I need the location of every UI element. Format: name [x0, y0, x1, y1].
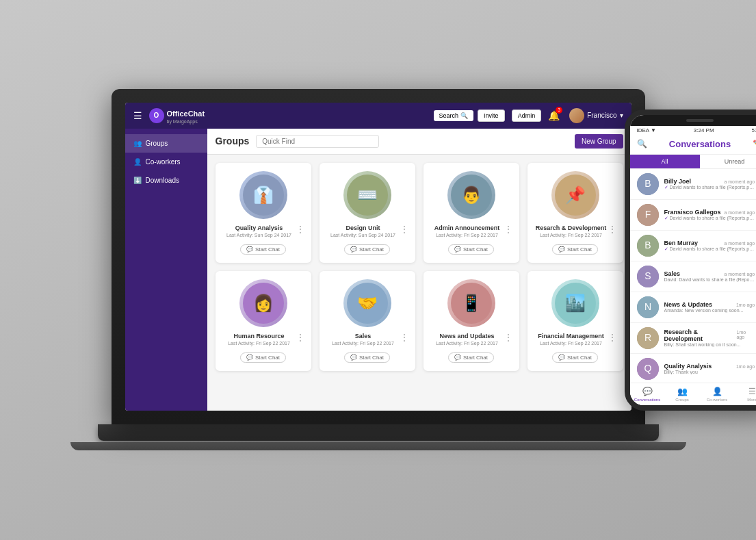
groups-nav-icon: 👥	[677, 387, 688, 396]
conversation-item[interactable]: B Ben Murray a moment ago ✓ David wants …	[630, 231, 757, 261]
conv-time: a moment ago	[724, 241, 755, 246]
svg-text:Q: Q	[644, 363, 651, 374]
start-chat-button[interactable]: 💬 Start Chat	[344, 244, 390, 255]
sidebar-groups-label: Groups	[146, 140, 168, 147]
conv-avatar: B	[637, 235, 659, 257]
chat-icon: 💬	[350, 246, 357, 253]
svg-text:🏙️: 🏙️	[565, 293, 586, 313]
conv-info: Billy Joel a moment ago ✓ David wants to…	[664, 178, 755, 190]
conv-name: Sales	[664, 270, 681, 277]
sidebar-item-groups[interactable]: 👥 Groups	[125, 134, 207, 153]
more-nav-icon: ☰	[748, 387, 756, 396]
phone-bottom-navigation: 💬 Conversations 👥 Groups 👤 Co-workers	[630, 383, 757, 405]
svg-text:B: B	[644, 178, 651, 189]
conv-time: 1mo ago	[737, 330, 755, 339]
phone-nav-coworkers[interactable]: 👤 Co-workers	[700, 383, 735, 405]
quick-find-input[interactable]	[256, 135, 379, 148]
conversation-item[interactable]: N News & Updates 1mo ago Amanda: New ver…	[630, 292, 757, 323]
group-more-icon[interactable]: ⋮	[608, 224, 616, 234]
phone-screen: 🔍 Conversations ✏️ All Unread B	[630, 135, 757, 405]
phone-search-icon[interactable]: 🔍	[637, 139, 648, 150]
search-icon: 🔍	[460, 112, 468, 119]
group-activity: Last Activity: Fri Sep 22 2017	[430, 233, 512, 237]
group-card-research: 📌 ⋮ Resarch & Development Last Activity:…	[527, 163, 623, 263]
conv-info: Research & Development 1mo ago Billy: Sh…	[664, 329, 755, 347]
sidebar-item-downloads[interactable]: ⬇️ Downloads	[125, 171, 207, 190]
group-more-icon[interactable]: ⋮	[296, 224, 304, 234]
user-menu[interactable]: Francisco ▾	[569, 108, 623, 123]
phone-speaker	[686, 119, 714, 122]
group-avatar-design: ⌨️	[343, 171, 391, 219]
group-card-hr: 👩 ⋮ Human Resource Last Activity: Fri Se…	[216, 271, 311, 371]
logo-subtitle: by MargoApps	[167, 119, 205, 124]
start-chat-button[interactable]: 💬 Start Chat	[344, 352, 390, 363]
start-chat-button[interactable]: 💬 Start Chat	[552, 244, 598, 255]
groups-title: Groups	[216, 136, 250, 146]
svg-text:N: N	[644, 301, 651, 312]
group-more-icon[interactable]: ⋮	[608, 333, 616, 342]
conv-message: David: David wants to share a file (Repo…	[664, 277, 755, 282]
group-activity: Last Activity: Fri Sep 22 2017	[430, 341, 512, 346]
group-name: Resarch & Development	[534, 224, 616, 231]
group-more-icon[interactable]: ⋮	[400, 224, 408, 234]
groups-panel: Groups New Group 👔 ⋮	[207, 129, 631, 411]
current-time: 3:24 PM	[694, 127, 714, 133]
user-avatar	[569, 108, 584, 123]
sidebar-item-coworkers[interactable]: 👤 Co-workers	[125, 153, 207, 171]
group-name: Financial Management	[534, 333, 616, 339]
compose-icon[interactable]: ✏️	[753, 140, 757, 149]
phone-nav-more[interactable]: ☰ More	[735, 383, 757, 405]
group-name: Admin Announcement	[430, 224, 512, 231]
start-chat-button[interactable]: 💬 Start Chat	[448, 244, 494, 255]
tab-all[interactable]: All	[630, 155, 700, 168]
phone-notch	[630, 115, 757, 126]
conv-name: Ben Murray	[664, 240, 699, 246]
conversation-item[interactable]: S Sales a moment ago David: David wants …	[630, 261, 757, 292]
hamburger-icon[interactable]: ☰	[133, 110, 142, 121]
admin-button[interactable]: Admin	[512, 110, 542, 122]
chat-icon: 💬	[558, 246, 565, 253]
notification-badge: 3	[556, 107, 562, 114]
tab-unread[interactable]: Unread	[700, 155, 757, 168]
chevron-down-icon: ▾	[620, 112, 623, 119]
group-activity: Last Activity: Fri Sep 22 2017	[222, 341, 304, 346]
search-bar[interactable]: Search 🔍	[434, 110, 474, 121]
group-avatar-hr: 👩	[239, 279, 287, 327]
group-more-icon[interactable]: ⋮	[504, 333, 512, 342]
conv-name: Billy Joel	[664, 178, 692, 185]
top-navigation: ☰ O OfficeChat by MargoApps Search	[125, 103, 631, 129]
coworkers-icon: 👤	[133, 158, 142, 166]
group-name: Design Unit	[326, 224, 408, 231]
group-name: Quality Analysis	[222, 224, 304, 231]
notification-bell[interactable]: 🔔 3	[548, 110, 560, 122]
conversation-item[interactable]: Q Quality Analysis 1mo ago Billy: Thank …	[630, 354, 757, 383]
svg-text:R: R	[644, 332, 651, 343]
svg-text:👔: 👔	[253, 185, 274, 205]
start-chat-button[interactable]: 💬 Start Chat	[240, 244, 286, 255]
chat-icon: 💬	[246, 355, 253, 361]
start-chat-button[interactable]: 💬 Start Chat	[552, 352, 598, 363]
conversation-item[interactable]: B Billy Joel a moment ago ✓ David wants …	[630, 169, 757, 200]
start-chat-button[interactable]: 💬 Start Chat	[240, 352, 286, 363]
group-avatar-quality: 👔	[239, 171, 287, 219]
invite-button[interactable]: Invite	[478, 110, 505, 122]
svg-text:📌: 📌	[565, 185, 586, 205]
phone-status-bar: IDEA ▼ 3:24 PM 57%	[630, 126, 757, 135]
chat-icon: 💬	[246, 246, 253, 253]
group-more-icon[interactable]: ⋮	[296, 333, 304, 342]
conversation-item[interactable]: R Research & Development 1mo ago Billy: …	[630, 323, 757, 354]
phone-nav-conversations[interactable]: 💬 Conversations	[630, 383, 665, 405]
start-chat-button[interactable]: 💬 Start Chat	[448, 352, 494, 363]
phone-nav-groups[interactable]: 👥 Groups	[665, 383, 700, 405]
nav-controls: Search 🔍 Invite Admin 🔔 3 Francisco ▾	[434, 108, 623, 123]
conversation-list: B Billy Joel a moment ago ✓ David wants …	[630, 169, 757, 383]
conversation-item[interactable]: F Fransisco Gallegos a moment ago ✓ Davi…	[630, 200, 757, 231]
chat-icon: 💬	[350, 355, 357, 361]
new-group-button[interactable]: New Group	[575, 134, 623, 149]
laptop-screen-area: ☰ O OfficeChat by MargoApps Search	[112, 89, 645, 424]
group-card-admin: 👨 ⋮ Admin Announcement Last Activity: Fr…	[423, 163, 519, 263]
main-content: 👥 Groups 👤 Co-workers ⬇️ Downloads	[125, 129, 631, 411]
group-more-icon[interactable]: ⋮	[400, 333, 408, 342]
conv-time: 1mo ago	[736, 364, 755, 369]
group-more-icon[interactable]: ⋮	[504, 224, 512, 234]
